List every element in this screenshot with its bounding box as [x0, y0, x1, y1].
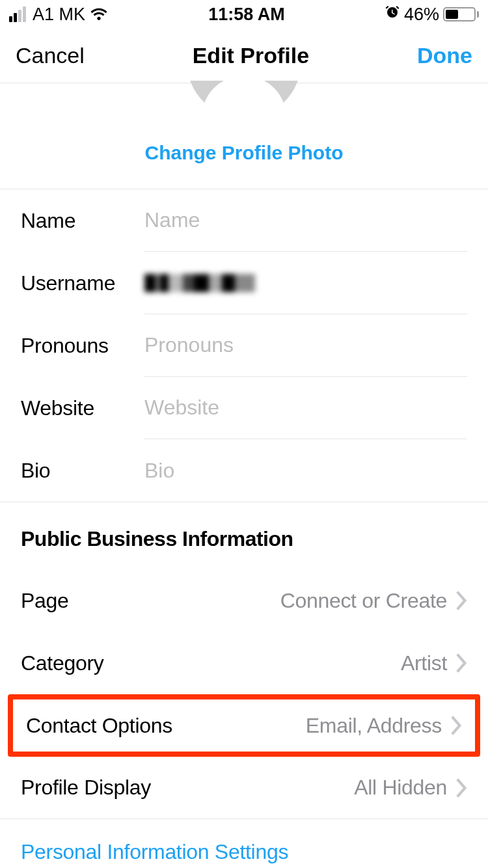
- contact-options-row[interactable]: Contact Options Email, Address: [8, 694, 480, 757]
- bio-field[interactable]: [144, 459, 467, 483]
- done-button[interactable]: Done: [417, 43, 472, 68]
- name-label: Name: [21, 209, 144, 233]
- personal-info-settings-link[interactable]: Personal Information Settings: [0, 819, 488, 864]
- battery-percent: 46%: [404, 5, 439, 25]
- wifi-icon: [89, 5, 109, 25]
- page-label: Page: [21, 589, 280, 613]
- nav-bar: Cancel Edit Profile Done: [0, 29, 488, 83]
- status-time: 11:58 AM: [208, 5, 285, 25]
- page-value: Connect or Create: [280, 589, 447, 613]
- contact-options-label: Contact Options: [26, 714, 306, 738]
- website-row[interactable]: Website: [0, 377, 488, 439]
- avatar-placeholder[interactable]: [185, 81, 303, 120]
- bio-row[interactable]: Bio: [0, 439, 488, 502]
- business-section: Public Business Information Page Connect…: [0, 502, 488, 819]
- carrier-label: A1 MK: [33, 5, 85, 25]
- bio-label: Bio: [21, 459, 144, 483]
- battery-icon: [443, 7, 479, 21]
- website-label: Website: [21, 396, 144, 420]
- business-section-header: Public Business Information: [0, 502, 488, 569]
- pronouns-field[interactable]: [144, 333, 467, 357]
- category-value: Artist: [401, 651, 447, 675]
- website-field[interactable]: [144, 396, 467, 420]
- page-row[interactable]: Page Connect or Create: [0, 569, 488, 632]
- chevron-right-icon: [456, 653, 467, 673]
- contact-options-value: Email, Address: [306, 714, 442, 738]
- username-field[interactable]: [144, 274, 255, 292]
- pronouns-label: Pronouns: [21, 334, 144, 358]
- username-row[interactable]: Username: [0, 252, 488, 314]
- name-row[interactable]: Name: [0, 189, 488, 252]
- name-field[interactable]: [144, 208, 467, 232]
- alarm-icon: [385, 5, 400, 25]
- status-bar: A1 MK 11:58 AM 46%: [0, 0, 488, 29]
- profile-display-row[interactable]: Profile Display All Hidden: [0, 757, 488, 819]
- profile-display-value: All Hidden: [354, 776, 447, 800]
- username-label: Username: [21, 271, 144, 295]
- page-title: Edit Profile: [193, 43, 309, 68]
- profile-display-label: Profile Display: [21, 776, 354, 800]
- chevron-right-icon: [456, 778, 467, 798]
- cancel-button[interactable]: Cancel: [16, 43, 85, 68]
- chevron-right-icon: [451, 716, 462, 735]
- chevron-right-icon: [456, 591, 467, 610]
- basic-fields-section: Name Username Pronouns Website Bio: [0, 189, 488, 502]
- change-profile-photo-button[interactable]: Change Profile Photo: [0, 120, 488, 189]
- category-label: Category: [21, 651, 401, 675]
- pronouns-row[interactable]: Pronouns: [0, 314, 488, 377]
- avatar-section: Change Profile Photo: [0, 81, 488, 189]
- signal-strength-icon: [9, 7, 26, 22]
- category-row[interactable]: Category Artist: [0, 632, 488, 694]
